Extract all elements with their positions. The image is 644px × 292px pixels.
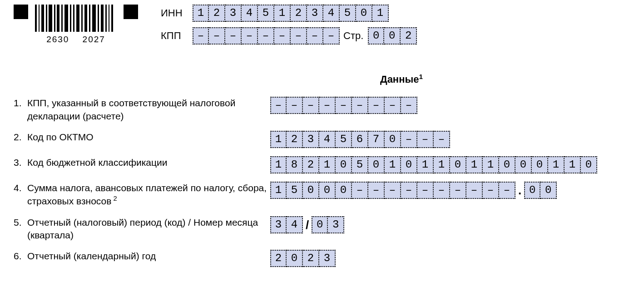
char-cell: 1	[270, 156, 287, 173]
page-label: Стр.	[343, 30, 363, 42]
row-value: 18210501011011000110	[270, 156, 597, 173]
char-cell: –	[336, 97, 352, 114]
char-cell: –	[291, 27, 307, 45]
char-cell: –	[450, 182, 466, 199]
page-cells: 002	[368, 27, 417, 45]
char-cell: 1	[565, 156, 581, 173]
char-cell: 0	[499, 156, 515, 173]
char-cell: –	[274, 27, 291, 45]
char-cell: –	[352, 182, 368, 199]
data-row: 4.Сумма налога, авансовых платежей по на…	[14, 182, 630, 208]
char-cell: –	[417, 131, 434, 148]
char-cell: 4	[287, 216, 303, 233]
char-cell: 0	[532, 156, 548, 173]
row-number: 6.	[14, 250, 27, 262]
char-cell: 3	[225, 5, 242, 22]
char-cell: 0	[581, 156, 597, 173]
char-cell: 2	[209, 5, 225, 22]
section-title-text: Данные	[380, 74, 419, 85]
row-text: Сумма налога, авансовых платежей по нало…	[27, 182, 270, 208]
char-cell: 1	[483, 156, 499, 173]
svg-rect-1	[39, 5, 40, 32]
char-cell: 0	[450, 156, 466, 173]
barcode-num-right: 2027	[83, 35, 105, 44]
svg-rect-14	[89, 5, 90, 32]
char-cell: 2	[401, 27, 417, 45]
char-cell: 0	[515, 156, 532, 173]
svg-rect-18	[105, 5, 107, 32]
svg-rect-16	[98, 5, 99, 32]
char-cell: 1	[385, 156, 401, 173]
char-cell: 0	[524, 182, 540, 199]
char-cell: 5	[287, 182, 303, 199]
char-cell: 3	[303, 131, 319, 148]
char-cell: 1	[372, 5, 389, 22]
char-cell: –	[368, 182, 385, 199]
char-cell: 5	[258, 5, 274, 22]
svg-rect-17	[101, 5, 104, 32]
char-cell: 4	[319, 131, 336, 148]
kpp-label: КПП	[161, 30, 193, 42]
char-cell: –	[258, 27, 274, 45]
data-row: 2.Код по ОКТМО12345670–––	[14, 131, 630, 148]
char-cell: –	[307, 27, 323, 45]
svg-rect-13	[84, 5, 87, 32]
char-cell: 1	[319, 156, 336, 173]
inn-row: ИНН 123451234501	[161, 5, 417, 22]
svg-rect-6	[57, 5, 59, 32]
barcode: 2630 2027	[35, 5, 117, 45]
section-title-sup: 1	[419, 73, 423, 80]
form-header: 2630 2027 ИНН 123451234501 КПП –––––––––…	[14, 5, 630, 50]
svg-rect-19	[109, 5, 109, 32]
char-cell: –	[499, 182, 515, 199]
char-cell: 5	[352, 156, 368, 173]
char-cell: –	[385, 182, 401, 199]
alignment-square-right	[124, 5, 138, 19]
char-cell: –	[270, 97, 287, 114]
svg-rect-7	[61, 5, 63, 32]
char-cell: 2	[303, 250, 319, 267]
svg-rect-3	[46, 5, 47, 32]
char-cell: 0	[303, 182, 319, 199]
barcode-block: 2630 2027	[14, 5, 138, 45]
char-cell: 6	[352, 131, 368, 148]
char-cell: 5	[336, 131, 352, 148]
row-number: 1.	[14, 97, 27, 109]
char-cell: –	[401, 131, 417, 148]
char-cell: 7	[368, 131, 385, 148]
svg-rect-5	[54, 5, 55, 32]
section-title: Данные1	[173, 73, 630, 85]
svg-rect-4	[49, 5, 52, 32]
char-cell: 2	[291, 5, 307, 22]
char-cell: 0	[336, 182, 352, 199]
kpp-cells: –––––––––	[193, 27, 340, 45]
row-value: 15000––––––––––.00	[270, 182, 557, 199]
separator: /	[303, 216, 312, 233]
row-value: –––––––––	[270, 97, 417, 114]
row-label: 1.КПП, указанный в соответствующей налог…	[14, 97, 270, 123]
char-cell: –	[401, 97, 417, 114]
char-cell: –	[483, 182, 499, 199]
char-cell: 2	[303, 156, 319, 173]
char-cell: 1	[270, 182, 287, 199]
char-cell: 3	[270, 216, 287, 233]
data-row: 1.КПП, указанный в соответствующей налог…	[14, 97, 630, 123]
char-cell: 4	[323, 5, 340, 22]
alignment-square-left	[14, 5, 28, 19]
char-cell: 2	[287, 131, 303, 148]
svg-rect-11	[76, 5, 79, 32]
data-row: 5.Отчетный (налоговый) период (код) / Но…	[14, 216, 630, 242]
char-cell: 1	[434, 156, 450, 173]
svg-rect-15	[92, 5, 96, 32]
char-cell: –	[401, 182, 417, 199]
char-cell: 1	[274, 5, 291, 22]
char-cell: –	[303, 97, 319, 114]
svg-rect-9	[70, 5, 71, 32]
char-cell: 4	[242, 5, 258, 22]
row-number: 4.	[14, 182, 27, 194]
char-cell: –	[434, 131, 450, 148]
data-table: 1.КПП, указанный в соответствующей налог…	[14, 97, 630, 267]
char-cell: 0	[368, 156, 385, 173]
char-cell: 1	[417, 156, 434, 173]
char-cell: –	[434, 182, 450, 199]
